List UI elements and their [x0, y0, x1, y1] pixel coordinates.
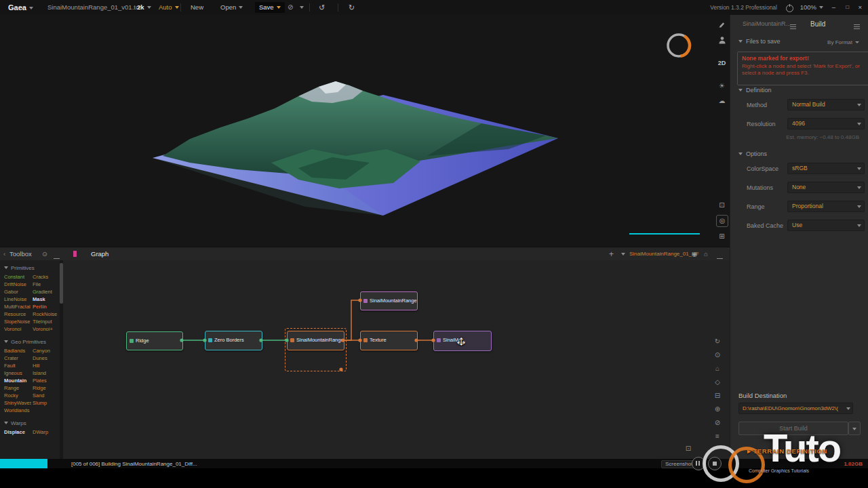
- toolbox-item-range[interactable]: Range: [4, 385, 31, 392]
- toolbox-item-sand[interactable]: Sand: [33, 392, 60, 399]
- graph-list-chevron[interactable]: [618, 247, 625, 261]
- toolbox-visibility-eye-icon[interactable]: ⊙: [42, 247, 47, 261]
- view-2d-toggle[interactable]: 2D: [714, 58, 730, 68]
- open-button[interactable]: Open: [220, 0, 243, 15]
- globe-icon[interactable]: ◉: [692, 247, 697, 261]
- baked-cache-dropdown[interactable]: Use: [787, 220, 865, 231]
- focus-icon[interactable]: ⊙: [711, 350, 724, 361]
- start-build-button[interactable]: Start Build: [738, 422, 848, 435]
- toolbox-item-canyon[interactable]: Canyon: [33, 348, 60, 354]
- toolbox-item-cracks[interactable]: Cracks: [33, 274, 60, 281]
- auto-mode-dropdown[interactable]: Auto: [159, 0, 179, 15]
- frame-view-icon[interactable]: ⊡: [714, 200, 730, 211]
- toolbox-item-badlands[interactable]: Badlands: [4, 348, 31, 354]
- toolbox-item-gradient[interactable]: Gradient: [33, 289, 60, 296]
- resolution-dropdown-build[interactable]: 4096: [787, 118, 865, 129]
- toolbox-item-ridge[interactable]: Ridge: [33, 385, 60, 392]
- grid-layout-icon[interactable]: ⊞: [714, 231, 730, 242]
- node-sinai-mountain-range-2[interactable]: SinaiMountainRange...: [360, 291, 418, 310]
- stop-build-button[interactable]: [708, 457, 722, 470]
- zoom-dropdown[interactable]: 100%: [800, 0, 823, 15]
- toolbox-item-file[interactable]: File: [33, 281, 60, 288]
- node-ridge[interactable]: Ridge: [126, 331, 183, 350]
- document-filename[interactable]: SinaiMountainRange_01_v01.tor: [47, 0, 141, 15]
- diamond-icon[interactable]: ◇: [711, 377, 724, 388]
- pinned-doc-tab[interactable]: SinaiMountainR...: [743, 20, 791, 27]
- fit-view-icon[interactable]: ⊡: [682, 443, 695, 454]
- node-zero-borders[interactable]: Zero Borders: [205, 331, 262, 350]
- toolbox-item-multifractal[interactable]: MultiFractal: [4, 304, 31, 310]
- definition-section[interactable]: Definition: [738, 87, 772, 94]
- power-icon[interactable]: [786, 1, 793, 16]
- doc-tab-menu-icon[interactable]: [790, 23, 796, 30]
- toolbox-item-shinywaves[interactable]: ShinyWaves: [4, 400, 31, 407]
- toolbox-item-rocky[interactable]: Rocky: [4, 392, 31, 399]
- toolbox-item-dunes[interactable]: Dunes: [33, 355, 60, 362]
- new-button[interactable]: New: [191, 0, 203, 15]
- collapse-toolbox-icon[interactable]: ‹: [3, 247, 5, 261]
- undo-icon[interactable]: ↺: [319, 0, 325, 15]
- viewport-3d[interactable]: [0, 15, 714, 247]
- start-build-options-chevron[interactable]: [848, 422, 861, 435]
- toolbox-item-crater[interactable]: Crater: [4, 355, 31, 362]
- chevron-down-icon[interactable]: [297, 0, 304, 15]
- refresh-icon[interactable]: ↻: [711, 336, 724, 347]
- sun-lighting-icon[interactable]: ☀: [714, 81, 730, 92]
- menu-lines-icon[interactable]: ≡: [711, 431, 724, 442]
- annotate-pen-icon[interactable]: [714, 20, 730, 31]
- node-texture[interactable]: Texture: [360, 331, 418, 350]
- by-format-dropdown[interactable]: By Format: [827, 39, 859, 45]
- toolbox-section-warps[interactable]: Warps: [0, 415, 60, 428]
- minimize-button[interactable]: –: [832, 0, 835, 15]
- mutations-dropdown[interactable]: None: [787, 182, 865, 193]
- user-icon[interactable]: [714, 36, 730, 47]
- node-graph-canvas[interactable]: Ridge Zero Borders SinaiMountainRange...…: [63, 260, 730, 459]
- toolbox-section-primitives[interactable]: Primitives: [0, 260, 60, 273]
- toolbox-item-linenoise[interactable]: LineNoise: [4, 296, 31, 303]
- app-logo[interactable]: Gaea: [8, 0, 33, 15]
- toolbox-item-perlin[interactable]: Perlin: [33, 304, 60, 310]
- toolbox-section-geo-primitives[interactable]: Geo Primitives: [0, 334, 60, 347]
- toolbox-item-plates[interactable]: Plates: [33, 378, 60, 384]
- home-view-icon[interactable]: ⌂: [711, 363, 724, 374]
- toolbox-item-rocknoise[interactable]: RockNoise: [33, 311, 60, 318]
- toolbox-item-hill[interactable]: Hill: [33, 363, 60, 369]
- toolbox-item-island[interactable]: Island: [33, 370, 60, 377]
- render-target-icon[interactable]: ◎: [716, 215, 728, 227]
- collapse-icon[interactable]: ⊟: [711, 390, 724, 401]
- range-dropdown[interactable]: Proportional: [787, 201, 865, 212]
- toolbox-item-mountain[interactable]: Mountain: [4, 378, 31, 384]
- redo-icon[interactable]: ↻: [349, 0, 355, 15]
- destination-path-dropdown[interactable]: D:\rasha\EDU\Gnomon\Gnomon3dW2\(: [738, 403, 853, 414]
- add-graph-icon[interactable]: +: [609, 247, 614, 261]
- toolbox-item-resource[interactable]: Resource: [4, 311, 31, 318]
- maximize-button[interactable]: □: [846, 0, 849, 15]
- toolbox-item-dwarp[interactable]: DWarp: [33, 429, 60, 436]
- node-sinai-mountain-range[interactable]: SinaiMountainRange...: [287, 331, 344, 350]
- method-dropdown[interactable]: Normal Build: [787, 99, 865, 110]
- toolbox-item-worldlands[interactable]: Worldlands: [4, 407, 31, 414]
- toolbox-item-displace[interactable]: Displace: [4, 429, 31, 436]
- toolbox-item-tileinput[interactable]: TileInput: [33, 319, 60, 325]
- toolbox-item-igneous[interactable]: Igneous: [4, 370, 31, 377]
- home-icon[interactable]: ⌂: [704, 247, 708, 261]
- toolbox-item-slopenoise[interactable]: SlopeNoise: [4, 319, 31, 325]
- tab-graph[interactable]: Graph: [91, 247, 108, 261]
- save-button[interactable]: Save: [255, 2, 285, 13]
- toolbox-item-constant[interactable]: Constant: [4, 274, 31, 281]
- toolbox-item-voronoi[interactable]: Voronoi: [4, 326, 31, 333]
- options-section[interactable]: Options: [738, 150, 767, 157]
- toolbox-item-fault[interactable]: Fault: [4, 363, 31, 369]
- graph-breadcrumb[interactable]: SinaiMountainRange_01_HF: [629, 247, 699, 261]
- disable-icon[interactable]: ⊘: [711, 418, 724, 428]
- resolution-dropdown[interactable]: 2k: [137, 0, 151, 15]
- close-button[interactable]: ×: [858, 0, 862, 15]
- files-to-save-section[interactable]: Files to save: [738, 38, 781, 45]
- toolbox-item-slump[interactable]: Slump: [33, 400, 60, 407]
- node-sinai-dragged[interactable]: SinaiMo...: [433, 331, 492, 351]
- toolbox-item-voronoi-[interactable]: Voronoi+: [33, 326, 60, 333]
- build-panel-menu-icon[interactable]: [854, 23, 860, 30]
- add-node-icon[interactable]: ⊕: [711, 404, 724, 415]
- pause-build-button[interactable]: [692, 457, 705, 470]
- toolbox-item-driftnoise[interactable]: DriftNoise: [4, 281, 31, 288]
